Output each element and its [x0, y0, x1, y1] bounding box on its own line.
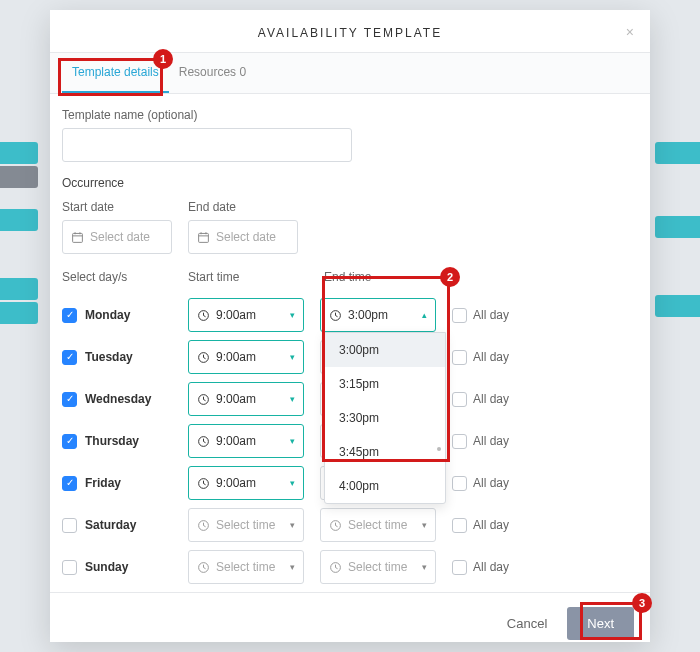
start-date-input[interactable]: Select date: [62, 220, 172, 254]
all-day-checkbox[interactable]: All day: [452, 350, 532, 365]
tab-resources[interactable]: Resources 0: [169, 53, 256, 93]
all-day-label: All day: [473, 476, 509, 490]
checkbox-icon: [452, 476, 467, 491]
select-days-label: Select day/s: [62, 270, 172, 284]
chevron-down-icon: ▾: [290, 310, 295, 320]
day-checkbox-monday[interactable]: Monday: [62, 308, 172, 323]
template-name-label: Template name (optional): [62, 108, 638, 122]
dropdown-option[interactable]: 3:30pm: [325, 401, 445, 435]
chevron-down-icon: ▾: [290, 394, 295, 404]
chevron-down-icon: ▾: [290, 352, 295, 362]
start-time-select[interactable]: 9:00am▾: [188, 466, 304, 500]
checkbox-icon: [452, 350, 467, 365]
all-day-checkbox[interactable]: All day: [452, 434, 532, 449]
day-checkbox-thursday[interactable]: Thursday: [62, 434, 172, 449]
svg-line-46: [204, 567, 206, 568]
end-time-select[interactable]: Select time▾: [320, 508, 436, 542]
all-day-checkbox[interactable]: All day: [452, 560, 532, 575]
svg-rect-0: [73, 233, 83, 242]
tab-template-details[interactable]: Template details: [62, 53, 169, 93]
checkbox-icon: [452, 392, 467, 407]
dropdown-option[interactable]: 3:15pm: [325, 367, 445, 401]
end-time-select[interactable]: 3:00pm▴: [320, 298, 436, 332]
chevron-down-icon: ▾: [422, 520, 427, 530]
clock-icon: [329, 309, 342, 322]
start-date-placeholder: Select date: [90, 230, 150, 244]
day-name-label: Thursday: [85, 434, 139, 448]
checkbox-icon: [62, 476, 77, 491]
start-time-select[interactable]: Select time▾: [188, 550, 304, 584]
checkbox-icon: [62, 308, 77, 323]
svg-line-10: [204, 315, 206, 316]
checkbox-icon: [452, 518, 467, 533]
next-button[interactable]: Next: [567, 607, 634, 640]
end-time-label: End time: [324, 270, 444, 284]
template-name-input[interactable]: [62, 128, 352, 162]
bg-action-icon: [0, 302, 38, 324]
clock-icon: [197, 519, 210, 532]
close-icon[interactable]: ×: [626, 24, 636, 40]
start-time-value: 9:00am: [216, 434, 284, 448]
svg-line-16: [204, 357, 206, 358]
checkbox-icon: [452, 434, 467, 449]
all-day-checkbox[interactable]: All day: [452, 476, 532, 491]
all-day-checkbox[interactable]: All day: [452, 392, 532, 407]
chevron-down-icon: ▾: [422, 562, 427, 572]
day-name-label: Wednesday: [85, 392, 151, 406]
all-day-checkbox[interactable]: All day: [452, 518, 532, 533]
end-date-input[interactable]: Select date: [188, 220, 298, 254]
end-time-dropdown[interactable]: 3:00pm3:15pm3:30pm3:45pm4:00pm: [324, 332, 446, 504]
day-name-label: Saturday: [85, 518, 136, 532]
scrollbar-thumb[interactable]: [437, 447, 441, 451]
day-checkbox-wednesday[interactable]: Wednesday: [62, 392, 172, 407]
start-time-select[interactable]: Select time▾: [188, 508, 304, 542]
cancel-button[interactable]: Cancel: [497, 607, 557, 640]
end-time-value: 3:00pm: [348, 308, 416, 322]
all-day-label: All day: [473, 308, 509, 322]
all-day-label: All day: [473, 434, 509, 448]
start-time-select[interactable]: 9:00am▾: [188, 340, 304, 374]
clock-icon: [197, 561, 210, 574]
time-header-row: Select day/s Start time End time: [62, 270, 638, 290]
svg-line-49: [336, 567, 338, 568]
start-time-label: Start time: [188, 270, 308, 284]
start-time-select[interactable]: 9:00am▾: [188, 424, 304, 458]
start-time-value: 9:00am: [216, 392, 284, 406]
end-time-select[interactable]: Select time▾: [320, 550, 436, 584]
svg-line-22: [204, 399, 206, 400]
day-checkbox-friday[interactable]: Friday: [62, 476, 172, 491]
chevron-down-icon: ▾: [290, 436, 295, 446]
day-name-label: Monday: [85, 308, 130, 322]
clock-icon: [197, 435, 210, 448]
start-time-value: 9:00am: [216, 308, 284, 322]
day-name-label: Friday: [85, 476, 121, 490]
clock-icon: [197, 477, 210, 490]
modal-title: AVAILABILITY TEMPLATE: [258, 26, 442, 40]
end-date-placeholder: Select date: [216, 230, 276, 244]
bg-action-icon: [655, 216, 700, 238]
modal-body: Template name (optional) Occurrence Star…: [50, 94, 650, 592]
date-row: Select date Select date: [62, 220, 638, 254]
day-checkbox-sunday[interactable]: Sunday: [62, 560, 172, 575]
start-time-value: Select time: [216, 560, 284, 574]
chevron-down-icon: ▾: [290, 562, 295, 572]
day-name-label: Sunday: [85, 560, 128, 574]
start-time-value: 9:00am: [216, 350, 284, 364]
start-time-value: Select time: [216, 518, 284, 532]
dropdown-option[interactable]: 3:00pm: [325, 333, 445, 367]
calendar-icon: [197, 231, 210, 244]
start-time-select[interactable]: 9:00am▾: [188, 298, 304, 332]
day-checkbox-tuesday[interactable]: Tuesday: [62, 350, 172, 365]
checkbox-icon: [62, 350, 77, 365]
modal-header: AVAILABILITY TEMPLATE ×: [50, 10, 650, 52]
tabs: Template details Resources 0: [50, 52, 650, 94]
end-time-value: Select time: [348, 560, 416, 574]
start-time-select[interactable]: 9:00am▾: [188, 382, 304, 416]
dropdown-option[interactable]: 3:45pm: [325, 435, 445, 469]
svg-line-28: [204, 441, 206, 442]
bg-action-icon: [0, 278, 38, 300]
dropdown-option[interactable]: 4:00pm: [325, 469, 445, 503]
all-day-checkbox[interactable]: All day: [452, 308, 532, 323]
chevron-down-icon: ▾: [290, 478, 295, 488]
day-checkbox-saturday[interactable]: Saturday: [62, 518, 172, 533]
